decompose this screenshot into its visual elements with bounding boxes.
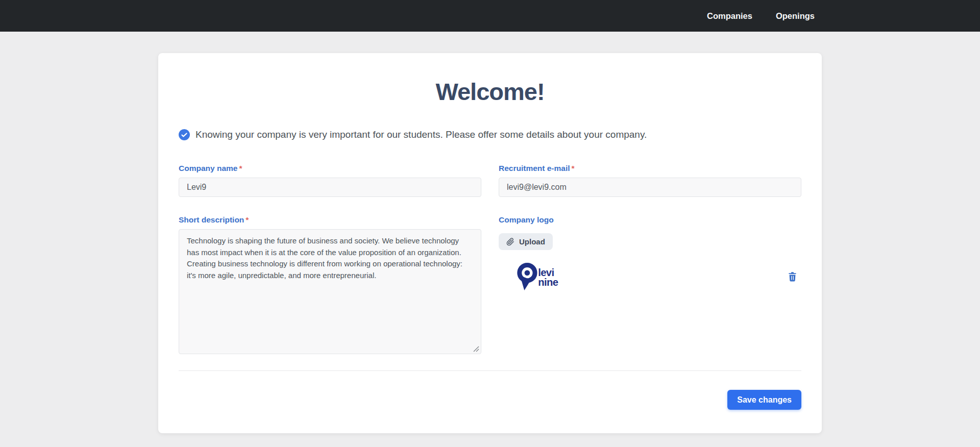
upload-button-label: Upload xyxy=(519,237,545,246)
save-changes-button[interactable]: Save changes xyxy=(727,390,801,410)
top-navbar: Companies Openings xyxy=(0,0,980,32)
company-logo-label-text: Company logo xyxy=(499,215,554,224)
navbar-links: Companies Openings xyxy=(158,7,822,25)
uploaded-logo-row: levi nine xyxy=(499,261,801,292)
check-circle-icon xyxy=(179,129,190,140)
paperclip-icon xyxy=(506,238,514,246)
page-title: Welcome! xyxy=(179,78,801,106)
company-logo-group: Company logo Upload xyxy=(499,215,801,354)
required-asterisk: * xyxy=(572,164,575,172)
footer-divider xyxy=(179,370,801,371)
nav-link-openings[interactable]: Openings xyxy=(769,7,822,25)
short-description-label-text: Short description xyxy=(179,215,244,224)
company-form: Company name* Recruitment e-mail* Short … xyxy=(179,164,801,354)
required-asterisk: * xyxy=(246,215,249,224)
actions-row: Save changes xyxy=(179,390,801,410)
company-name-label: Company name* xyxy=(179,164,481,173)
company-name-input[interactable] xyxy=(179,178,481,197)
recruitment-email-group: Recruitment e-mail* xyxy=(499,164,801,197)
upload-button[interactable]: Upload xyxy=(499,233,553,250)
short-description-group: Short description* Technology is shaping… xyxy=(179,215,481,354)
delete-logo-button[interactable] xyxy=(787,271,798,283)
short-description-label: Short description* xyxy=(179,215,481,225)
nav-link-companies[interactable]: Companies xyxy=(700,7,760,25)
company-logo-label: Company logo xyxy=(499,215,801,225)
levi9-logo: levi nine xyxy=(513,261,564,292)
recruitment-email-label-text: Recruitment e-mail xyxy=(499,164,570,172)
short-description-wrap: Technology is shaping the future of busi… xyxy=(179,229,481,354)
recruitment-email-label: Recruitment e-mail* xyxy=(499,164,801,173)
short-description-textarea[interactable]: Technology is shaping the future of busi… xyxy=(179,229,481,354)
company-name-label-text: Company name xyxy=(179,164,237,172)
logo-word-bottom: nine xyxy=(538,277,558,288)
company-details-card: Welcome! Knowing your company is very im… xyxy=(158,53,822,433)
trash-icon xyxy=(788,272,797,282)
recruitment-email-input[interactable] xyxy=(499,178,801,197)
company-name-group: Company name* xyxy=(179,164,481,197)
intro-row: Knowing your company is very important f… xyxy=(179,129,801,140)
required-asterisk: * xyxy=(239,164,242,172)
intro-text: Knowing your company is very important f… xyxy=(195,129,647,140)
